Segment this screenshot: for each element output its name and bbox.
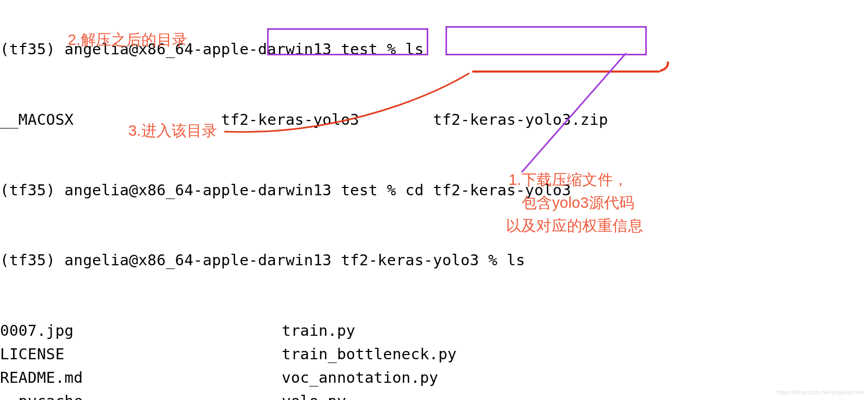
ls-item: yolo.py (282, 390, 457, 400)
ls-item: tf2-keras-yolo3 (221, 111, 359, 128)
term-line: __MACOSX tf2-keras-yolo3 tf2-keras-yolo3… (0, 108, 608, 132)
ls-item: voc_annotation.py (282, 366, 457, 390)
annotation-3: 3.进入该目录 (128, 121, 218, 141)
annotation-1-line2: 包含yolo3源代码 (522, 193, 634, 213)
term-line: (tf35) angelia@x86_64-apple-darwin13 tf2… (0, 249, 608, 272)
ls-item: README.md (0, 366, 282, 390)
ls-item: train_bottleneck.py (282, 343, 457, 366)
ls-col-left: 0007.jpgLICENSEREADME.md__pycache__coco_… (0, 319, 282, 400)
ls-item: __MACOSX (0, 111, 74, 128)
annotation-underline-cd (472, 70, 660, 73)
ls-item: 0007.jpg (0, 319, 282, 343)
ls-item: train.py (282, 319, 457, 343)
terminal-output: (tf35) angelia@x86_64-apple-darwin13 tes… (0, 0, 608, 400)
annotation-box-zip (445, 26, 647, 55)
annotation-2: 2.解压之后的目录 (68, 30, 187, 50)
ls-col-right: train.pytrain_bottleneck.pyvoc_annotatio… (282, 319, 457, 400)
ls-item: tf2-keras-yolo3.zip (433, 111, 608, 128)
ls-columns: 0007.jpgLICENSEREADME.md__pycache__coco_… (0, 319, 608, 400)
ls-item: LICENSE (0, 343, 282, 366)
watermark: https://blog.csdn.net/angeliacmm (777, 388, 864, 397)
annotation-1-line3: 以及对应的权重信息 (506, 216, 643, 236)
annotation-box-dir (267, 28, 428, 55)
annotation-1-line1: 1.下载压缩文件， (509, 170, 628, 190)
ls-item: __pycache__ (0, 390, 282, 400)
